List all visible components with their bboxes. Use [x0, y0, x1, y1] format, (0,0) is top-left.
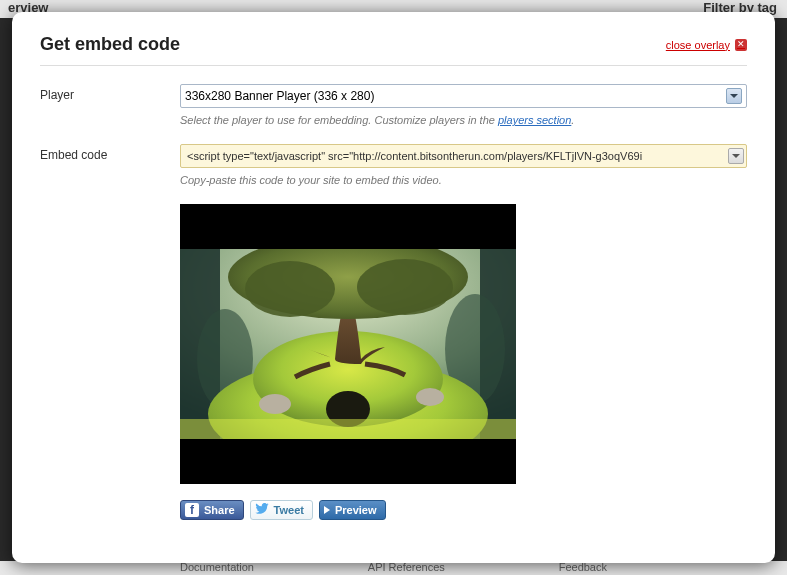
- player-helper-suffix: .: [571, 114, 574, 126]
- twitter-icon: [255, 503, 269, 517]
- embed-code-input[interactable]: <script type="text/javascript" src="http…: [180, 144, 747, 168]
- close-overlay-link[interactable]: close overlay ✕: [666, 39, 747, 51]
- players-section-link[interactable]: players section: [498, 114, 571, 126]
- player-select-value: 336x280 Banner Player (336 x 280): [185, 89, 374, 103]
- overlay-header: Get embed code close overlay ✕: [40, 34, 747, 66]
- embed-overlay: Get embed code close overlay ✕ Player 33…: [12, 12, 775, 563]
- player-helper-prefix: Select the player to use for embedding. …: [180, 114, 498, 126]
- share-button-row: f Share Tweet Preview: [180, 500, 747, 520]
- facebook-icon: f: [185, 503, 199, 517]
- embed-label: Embed code: [40, 144, 180, 168]
- close-overlay-label: close overlay: [666, 39, 730, 51]
- embed-code-value: <script type="text/javascript" src="http…: [187, 150, 728, 162]
- preview-button[interactable]: Preview: [319, 500, 386, 520]
- share-button[interactable]: f Share: [180, 500, 244, 520]
- footer-feedback: Feedback: [559, 561, 607, 575]
- share-label: Share: [204, 504, 235, 516]
- svg-point-12: [416, 388, 444, 406]
- video-preview[interactable]: [180, 204, 516, 484]
- tweet-label: Tweet: [274, 504, 304, 516]
- chevron-down-icon: [726, 88, 742, 104]
- backdrop-footer: Documentation API References Feedback: [0, 561, 787, 575]
- play-icon: [324, 504, 330, 516]
- player-row: Player 336x280 Banner Player (336 x 280): [40, 84, 747, 108]
- player-label: Player: [40, 84, 180, 108]
- tweet-button[interactable]: Tweet: [250, 500, 313, 520]
- embed-row: Embed code <script type="text/javascript…: [40, 144, 747, 168]
- svg-point-10: [357, 259, 453, 315]
- svg-point-11: [259, 394, 291, 414]
- svg-rect-13: [180, 419, 516, 439]
- footer-doc: Documentation: [180, 561, 254, 575]
- preview-label: Preview: [335, 504, 377, 516]
- svg-point-9: [245, 261, 335, 317]
- embed-dropdown-icon[interactable]: [728, 148, 744, 164]
- footer-api: API References: [368, 561, 445, 575]
- overlay-title: Get embed code: [40, 34, 180, 55]
- player-select[interactable]: 336x280 Banner Player (336 x 280): [180, 84, 747, 108]
- player-helper: Select the player to use for embedding. …: [180, 114, 747, 126]
- embed-helper: Copy-paste this code to your site to emb…: [180, 174, 747, 186]
- video-frame: [180, 249, 516, 439]
- close-icon: ✕: [735, 39, 747, 51]
- video-thumbnail: [180, 249, 516, 439]
